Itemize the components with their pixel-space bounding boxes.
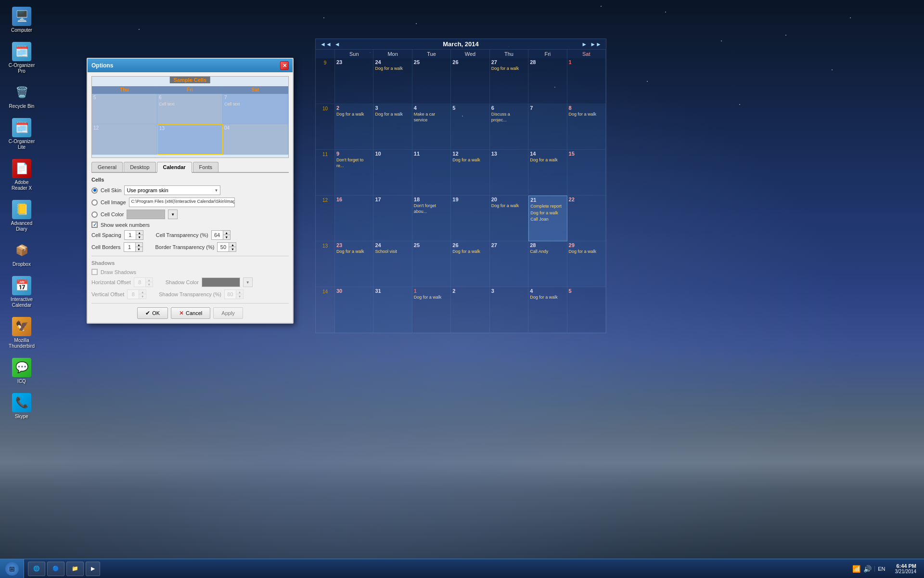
cal-cell-1-next[interactable]: 1 Dog for a walk <box>412 287 451 333</box>
taskbar-item-chrome[interactable]: 🔵 <box>47 562 64 576</box>
desktop-icon-corg-lite[interactable]: 🗓️ C-Organizer Lite <box>5 116 38 152</box>
cal-cell-22[interactable]: 22 <box>567 196 606 241</box>
cal-cell-17[interactable]: 17 <box>373 196 412 241</box>
cal-cell-27-prev[interactable]: 27 Dog for a walk <box>490 58 528 104</box>
cal-cell-24[interactable]: 24 School visit <box>373 241 412 287</box>
border-transparency-spinner[interactable]: 50 ▲ ▼ <box>217 242 236 252</box>
cal-cell-26[interactable]: 26 Dog for a walk <box>451 241 489 287</box>
cal-cell-18[interactable]: 18 Don't forget abou... <box>412 196 451 241</box>
cal-cell-20[interactable]: 20 Dog for a walk <box>490 196 528 241</box>
tab-desktop[interactable]: Desktop <box>124 162 155 172</box>
cal-cell-13[interactable]: 13 <box>490 150 528 196</box>
cal-cell-7[interactable]: 7 <box>528 104 567 150</box>
cal-date: 1 <box>569 59 604 65</box>
network-icon[interactable]: 📶 <box>852 565 860 573</box>
desktop-icon-computer[interactable]: 🖥️ Computer <box>5 5 38 35</box>
taskbar-item-media[interactable]: ▶ <box>86 562 100 576</box>
taskbar-lang[interactable]: EN <box>874 566 888 572</box>
cell-skin-radio[interactable] <box>91 187 98 194</box>
desktop-icon-adv-diary[interactable]: 📒 Advanced Diary <box>5 198 38 234</box>
spinner-down[interactable]: ▼ <box>136 235 143 239</box>
cal-cell-5[interactable]: 5 <box>451 104 489 150</box>
cal-cell-2-next[interactable]: 2 <box>451 287 489 333</box>
computer-icon: 🖥️ <box>12 7 31 26</box>
cal-cell-12[interactable]: 12 Dog for a walk <box>451 150 489 196</box>
start-button[interactable]: ⊞ <box>0 559 24 578</box>
cal-cell-3[interactable]: 3 Dog for a walk <box>373 104 412 150</box>
desktop-icon-recycle[interactable]: 🗑️ Recycle Bin <box>5 81 38 111</box>
taskbar-item-ie[interactable]: 🌐 <box>28 562 45 576</box>
tab-general[interactable]: General <box>91 162 123 172</box>
cal-cell-6[interactable]: 6 Discuss a projec... <box>490 104 528 150</box>
cal-cell-25[interactable]: 25 <box>412 241 451 287</box>
cal-cell-24-prev[interactable]: 24 Dog for a walk <box>373 58 412 104</box>
desktop-icon-dropbox[interactable]: 📦 Dropbox <box>5 239 38 269</box>
cell-spacing-spinner[interactable]: 1 ▲ ▼ <box>124 230 143 240</box>
desktop-icon-adobe[interactable]: 📄 Adobe Reader X <box>5 157 38 193</box>
tab-calendar[interactable]: Calendar <box>157 162 192 173</box>
tab-fonts[interactable]: Fonts <box>193 162 219 172</box>
cell-color-radio[interactable] <box>91 211 98 218</box>
cal-cell-23[interactable]: 23 Dog for a walk <box>335 241 373 287</box>
cal-cell-11[interactable]: 11 <box>412 150 451 196</box>
cal-cell-15[interactable]: 15 <box>567 150 606 196</box>
cal-cell-26-prev[interactable]: 26 <box>451 58 489 104</box>
cal-cell-1-sat[interactable]: 1 <box>567 58 606 104</box>
cell-borders-spinner[interactable]: 1 ▲ ▼ <box>124 242 143 252</box>
spinner-up-4[interactable]: ▲ <box>229 243 236 247</box>
cal-cell-21-today[interactable]: 21 Complete report Dog for a walk Call J… <box>528 196 567 241</box>
cal-next-next-btn[interactable]: ►► <box>589 41 603 48</box>
cal-prev-btn[interactable]: ◄ <box>333 41 342 48</box>
desktop-icon-icq[interactable]: 💬 ICQ <box>5 356 38 386</box>
volume-icon[interactable]: 🔊 <box>863 565 872 573</box>
desktop-icon-ic[interactable]: 📅 Interactive Calendar <box>5 274 38 310</box>
apply-button[interactable]: Apply <box>213 307 243 319</box>
cal-cell-19[interactable]: 19 <box>451 196 489 241</box>
spinner-down-3[interactable]: ▼ <box>136 247 142 251</box>
cal-cell-4[interactable]: 4 Make a car service <box>412 104 451 150</box>
desktop-icon-mozilla[interactable]: 🦅 Mozilla Thunderbird <box>5 315 38 351</box>
cal-cell-4-next[interactable]: 4 Dog for a walk <box>528 287 567 333</box>
cal-cell-8[interactable]: 8 Dog for a walk <box>567 104 606 150</box>
cal-cell-9[interactable]: 9 Don't forget to re... <box>335 150 373 196</box>
cancel-button[interactable]: ✕ Cancel <box>171 307 210 319</box>
cal-cell-28-prev[interactable]: 28 <box>528 58 567 104</box>
ok-button[interactable]: ✔ OK <box>137 307 168 319</box>
spinner-up-3[interactable]: ▲ <box>136 243 142 247</box>
cal-cell-28[interactable]: 28 Call Andy <box>528 241 567 287</box>
cell-color-swatch[interactable] <box>127 210 165 219</box>
cal-cell-31[interactable]: 31 <box>373 287 412 333</box>
cal-cell-16[interactable]: 16 <box>335 196 373 241</box>
cal-cell-2[interactable]: 2 Dog for a walk <box>335 104 373 150</box>
cal-cell-25-prev[interactable]: 25 <box>412 58 451 104</box>
cal-cell-14[interactable]: 14 Dog for a walk <box>528 150 567 196</box>
taskbar-item-folder[interactable]: 📁 <box>66 562 84 576</box>
desktop-icon-corg-pro[interactable]: 🗓️ C-Organizer Pro <box>5 40 38 76</box>
cell-transparency-spinner[interactable]: 64 ▲ ▼ <box>211 230 231 240</box>
spinner-down-7: ▼ <box>236 294 243 299</box>
cal-prev-prev-btn[interactable]: ◄◄ <box>319 41 333 48</box>
cell-image-radio[interactable] <box>91 199 98 206</box>
cal-next-btn[interactable]: ► <box>580 41 589 48</box>
shadow-color-button: ▼ <box>243 277 253 287</box>
cell-image-path[interactable]: C:\Program Files (x86)\Interactive Calen… <box>129 197 235 207</box>
preview-days-row: Thu Fri Sat <box>92 86 288 94</box>
spinner-up[interactable]: ▲ <box>136 231 143 235</box>
cal-cell-10[interactable]: 10 <box>373 150 412 196</box>
spinner-down-2[interactable]: ▼ <box>223 235 230 239</box>
cal-cell-27[interactable]: 27 <box>490 241 528 287</box>
cal-cell-29[interactable]: 29 Dog for a walk <box>567 241 606 287</box>
cal-cell-5-next[interactable]: 5 <box>567 287 606 333</box>
taskbar-time: 6:44 PM <box>895 563 917 569</box>
spinner-up-2[interactable]: ▲ <box>223 231 230 235</box>
spinner-down-4[interactable]: ▼ <box>229 247 236 251</box>
show-week-numbers-checkbox[interactable] <box>91 222 98 228</box>
cell-color-button[interactable]: ▼ <box>168 210 178 219</box>
cell-skin-select[interactable]: Use program skin ▼ <box>124 185 220 195</box>
dialog-close-button[interactable]: ✕ <box>280 61 289 70</box>
cal-cell-3-next[interactable]: 3 <box>490 287 528 333</box>
cal-cell-30[interactable]: 30 <box>335 287 373 333</box>
desktop-icon-skype[interactable]: 📞 Skype <box>5 391 38 421</box>
draw-shadows-checkbox[interactable] <box>91 269 98 275</box>
cal-cell-23-prev[interactable]: 23 <box>335 58 373 104</box>
